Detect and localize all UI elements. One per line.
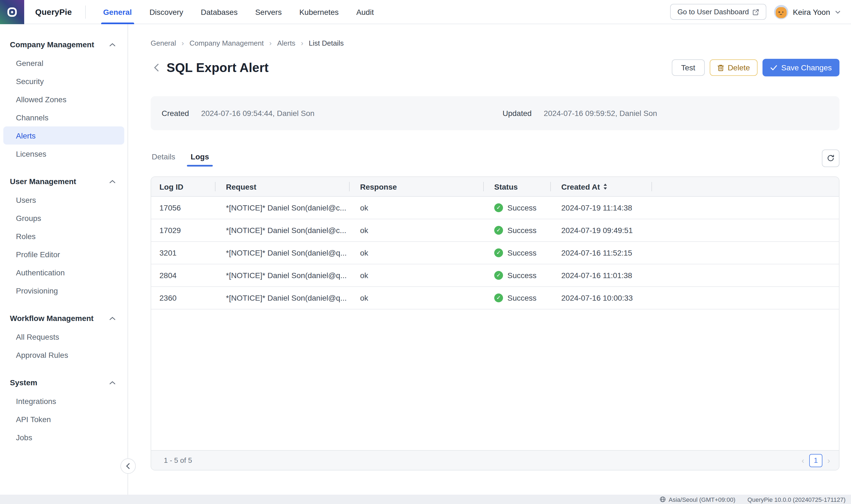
timezone-label: Asia/Seoul (GMT+09:00) <box>669 496 736 503</box>
sidebar-item-alerts[interactable]: Alerts <box>3 126 124 145</box>
nav-tab-servers[interactable]: Servers <box>254 0 283 24</box>
nav-tab-audit[interactable]: Audit <box>355 0 375 24</box>
column-header-created-at: Created At <box>550 177 651 196</box>
sidebar-collapse-button[interactable] <box>121 458 136 474</box>
cell-created-at: 2024-07-19 11:14:38 <box>550 203 651 212</box>
app-window: QueryPie General Discovery Databases Ser… <box>0 0 851 504</box>
sidebar-section-header-user-management[interactable]: User Management <box>0 173 128 190</box>
sidebar-item-api-token[interactable]: API Token <box>3 410 124 428</box>
querypie-logo[interactable] <box>0 0 24 24</box>
cell-status: ✓ Success <box>483 248 550 257</box>
table-empty-space <box>151 309 839 450</box>
pagination-prev-icon[interactable]: ‹ <box>801 456 804 464</box>
sidebar-item-all-requests[interactable]: All Requests <box>3 328 124 346</box>
table-row: 2360 *[NOTICE]* Daniel Son(daniel@q... o… <box>151 287 839 309</box>
chevron-right-icon: › <box>182 39 184 47</box>
save-changes-button[interactable]: Save Changes <box>762 59 839 76</box>
success-icon: ✓ <box>494 271 503 280</box>
sort-icon[interactable] <box>604 184 607 190</box>
cell-created-at: 2024-07-16 10:00:33 <box>550 293 651 302</box>
table-header-row: Log ID Request Response Status Created A… <box>151 177 839 197</box>
sidebar-item-allowed-zones[interactable]: Allowed Zones <box>3 90 124 108</box>
status-badge: Success <box>507 293 537 302</box>
pagination: ‹ 1 › <box>801 454 830 467</box>
cell-response: ok <box>349 226 483 235</box>
sidebar-item-channels[interactable]: Channels <box>3 108 124 126</box>
cell-request: *[NOTICE]* Daniel Son(daniel@c... <box>215 226 349 235</box>
sidebar-section-header-company-management[interactable]: Company Management <box>0 36 128 53</box>
breadcrumb-list-details: List Details <box>309 39 344 47</box>
sidebar-item-profile-editor[interactable]: Profile Editor <box>3 245 124 263</box>
nav-tab-discovery[interactable]: Discovery <box>148 0 184 24</box>
cell-response: ok <box>349 271 483 280</box>
pagination-page-1[interactable]: 1 <box>809 454 822 467</box>
success-icon: ✓ <box>494 293 503 302</box>
detail-tabs: Details Logs <box>151 150 210 166</box>
section-title: Workflow Management <box>10 314 93 323</box>
sidebar-section-header-workflow-management[interactable]: Workflow Management <box>0 310 128 326</box>
cell-created-at: 2024-07-16 11:01:38 <box>550 271 651 280</box>
back-button[interactable] <box>151 61 162 74</box>
breadcrumb-company-management[interactable]: Company Management <box>189 39 264 47</box>
record-meta-panel: Created 2024-07-16 09:54:44, Daniel Son … <box>151 96 839 130</box>
sidebar: Company Management General Security Allo… <box>0 24 128 494</box>
go-to-user-dashboard-button[interactable]: Go to User Dashboard <box>670 4 766 20</box>
delete-button-label: Delete <box>728 63 750 72</box>
sidebar-item-authentication[interactable]: Authentication <box>3 263 124 282</box>
breadcrumb-alerts[interactable]: Alerts <box>277 39 295 47</box>
sidebar-section-user-management: User Management Users Groups Roles Profi… <box>0 173 128 303</box>
sidebar-item-integrations[interactable]: Integrations <box>3 392 124 410</box>
timezone: Asia/Seoul (GMT+09:00) <box>660 496 736 503</box>
user-name: Keira Yoon <box>793 7 830 16</box>
cell-status: ✓ Success <box>483 271 550 280</box>
nav-tab-databases[interactable]: Databases <box>200 0 239 24</box>
sidebar-item-general[interactable]: General <box>3 54 124 72</box>
chevron-up-icon <box>109 42 115 47</box>
tab-logs[interactable]: Logs <box>190 150 210 166</box>
table-row: 3201 *[NOTICE]* Daniel Son(daniel@q... o… <box>151 242 839 264</box>
sidebar-item-licenses[interactable]: Licenses <box>3 145 124 163</box>
cell-log-id: 17029 <box>151 226 215 235</box>
status-badge: Success <box>507 226 537 235</box>
avatar <box>774 5 789 19</box>
section-title: User Management <box>10 177 76 186</box>
sidebar-item-security[interactable]: Security <box>3 72 124 90</box>
main-nav: General Discovery Databases Servers Kube… <box>94 0 383 24</box>
cell-log-id: 17056 <box>151 203 215 212</box>
sidebar-item-provisioning[interactable]: Provisioning <box>3 282 124 300</box>
nav-tab-kubernetes[interactable]: Kubernetes <box>298 0 340 24</box>
trash-icon <box>717 64 724 71</box>
nav-tab-general[interactable]: General <box>102 0 133 24</box>
sidebar-item-approval-rules[interactable]: Approval Rules <box>3 346 124 364</box>
cell-status: ✓ Success <box>483 293 550 302</box>
sidebar-item-users[interactable]: Users <box>3 191 124 209</box>
sidebar-item-jobs[interactable]: Jobs <box>3 428 124 446</box>
refresh-button[interactable] <box>822 149 839 167</box>
save-changes-label: Save Changes <box>781 63 832 72</box>
pagination-next-icon[interactable]: › <box>827 456 830 464</box>
cell-request: *[NOTICE]* Daniel Son(daniel@q... <box>215 248 349 257</box>
chevron-up-icon <box>109 381 115 384</box>
cell-request: *[NOTICE]* Daniel Son(daniel@q... <box>215 293 349 302</box>
delete-button[interactable]: Delete <box>709 59 758 76</box>
cell-response: ok <box>349 248 483 257</box>
table-row: 17029 *[NOTICE]* Daniel Son(daniel@c... … <box>151 219 839 242</box>
tab-details[interactable]: Details <box>151 150 177 166</box>
success-icon: ✓ <box>494 226 503 235</box>
created-value: 2024-07-16 09:54:44, Daniel Son <box>201 109 315 118</box>
table-row: 17056 *[NOTICE]* Daniel Son(daniel@c... … <box>151 197 839 219</box>
cell-status: ✓ Success <box>483 226 550 235</box>
column-header-empty <box>651 177 839 196</box>
sidebar-section-header-system[interactable]: System <box>0 374 128 391</box>
cell-created-at: 2024-07-16 11:52:15 <box>550 248 651 257</box>
test-button-label: Test <box>681 63 695 72</box>
chevron-down-icon <box>834 8 841 15</box>
sidebar-item-groups[interactable]: Groups <box>3 209 124 227</box>
user-menu[interactable]: Keira Yoon <box>774 5 841 19</box>
version-label: QueryPie 10.0.0 (20240725-171127) <box>747 496 846 503</box>
section-title: System <box>10 378 37 387</box>
breadcrumb-general[interactable]: General <box>151 39 176 47</box>
test-button[interactable]: Test <box>672 59 705 76</box>
created-label: Created <box>162 109 189 118</box>
sidebar-item-roles[interactable]: Roles <box>3 227 124 245</box>
